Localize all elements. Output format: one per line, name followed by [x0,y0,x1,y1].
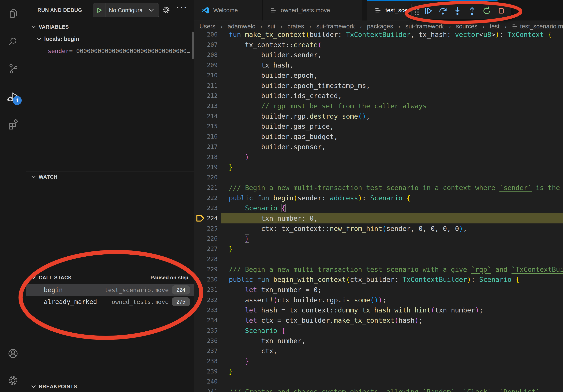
breadcrumb-item[interactable]: sui-framework [316,23,355,30]
line-number[interactable]: 233 [194,305,218,315]
line-number[interactable]: 212 [194,91,218,101]
line-number[interactable]: 240 [194,376,218,387]
code-line[interactable]: ctx: tx_context::new_from_hint(sender, 0… [229,223,467,234]
breadcrumb-item[interactable]: sui-framework [405,23,444,30]
variables-scope-row[interactable]: locals: begin [26,34,205,44]
code-editor[interactable]: 206fun make_tx_context(builder: TxContex… [194,0,563,392]
code-line[interactable]: let ctx = ctx_builder.make_tx_context(ha… [229,315,423,326]
code-line[interactable]: } [229,366,233,377]
tab-welcome[interactable]: Welcome [194,0,263,21]
call-stack-frame[interactable]: begintest_scenario.move224 [26,284,194,296]
code-line[interactable]: Scenario { [229,326,285,336]
line-number[interactable]: 218 [194,152,218,162]
code-line[interactable]: builder.gas_budget, [229,131,338,142]
code-line[interactable]: /// Begin a new multi-transaction test s… [229,264,563,274]
line-number[interactable]: 232 [194,295,218,305]
source-control-icon[interactable] [0,63,26,75]
line-number[interactable]: 219 [194,162,218,172]
breadcrumb-file[interactable]: test_scenario.move [512,23,563,30]
call-stack-section-header[interactable]: CALL STACK Paused on step [26,273,194,282]
line-number[interactable]: 210 [194,70,218,80]
extensions-icon[interactable] [0,118,26,130]
debug-config-dropdown[interactable]: No Configura [93,3,159,17]
call-stack-frame[interactable]: already_markedowned_tests.move275 [26,296,194,308]
code-line[interactable]: builder.sender, [229,50,322,60]
breakpoints-section-header[interactable]: BREAKPOINTS [26,382,194,391]
breadcrumb-item[interactable]: crates [287,23,304,30]
code-line[interactable]: } [229,244,233,254]
code-line[interactable]: tx_context::create( [229,40,322,50]
line-number[interactable]: 234 [194,315,218,326]
breadcrumb-item[interactable]: adamwelc [228,23,255,30]
line-number[interactable]: 217 [194,142,218,152]
code-line[interactable]: builder.gas_price, [229,121,334,131]
restart-button[interactable] [482,5,492,16]
line-number[interactable]: 225 [194,223,218,234]
step-into-button[interactable] [452,5,462,16]
line-number[interactable]: 215 [194,121,218,131]
code-line[interactable]: /// Begin a new multi-transaction test s… [229,183,563,193]
line-number[interactable]: 207 [194,40,218,50]
line-number[interactable]: 222 [194,193,218,203]
code-line[interactable]: public fun begin(sender: address): Scena… [229,193,410,203]
code-line[interactable]: builder.sponsor, [229,142,326,152]
breadcrumb-item[interactable]: Users [199,23,215,30]
line-number[interactable]: 239 [194,366,218,377]
breadcrumb-item[interactable]: sui [268,23,275,30]
code-line[interactable]: txn_number, [229,336,306,346]
breadcrumb-item[interactable]: test [490,23,499,30]
code-line[interactable]: assert!(ctx_builder.rgp.is_some()); [229,295,386,305]
code-line[interactable]: tx_hash, [229,60,294,70]
code-line[interactable]: ) [229,152,249,162]
line-number[interactable]: 238 [194,356,218,366]
variables-section-header[interactable]: VARIABLES [26,22,194,32]
line-number[interactable]: 209 [194,60,218,70]
line-number[interactable]: 231 [194,285,218,295]
line-number[interactable]: 241 [194,387,218,392]
line-number[interactable]: 237 [194,346,218,356]
line-number[interactable]: 229 [194,264,218,274]
code-line[interactable]: // rgp must be set from the caller alway… [229,101,427,111]
line-number[interactable]: 214 [194,111,218,121]
account-icon[interactable] [0,348,26,359]
code-line[interactable]: builder.epoch_timestamp_ms, [229,80,370,91]
code-line[interactable]: public fun begin_with_context(ctx_builde… [229,274,520,285]
line-number[interactable]: 228 [194,254,218,264]
line-number[interactable]: 235 [194,326,218,336]
line-number[interactable]: 230 [194,274,218,285]
step-out-button[interactable] [467,5,477,16]
line-number[interactable]: 223 [194,203,218,213]
line-number[interactable]: 221 [194,183,218,193]
code-line[interactable]: /// Creates and shares system objects, a… [229,387,540,392]
step-over-button[interactable] [438,5,448,16]
continue-button[interactable] [423,5,433,16]
line-number[interactable]: 216 [194,131,218,142]
line-number[interactable]: 220 [194,172,218,183]
more-actions-icon[interactable]: ··· [176,2,188,13]
line-number[interactable]: 224 [194,213,218,223]
code-line[interactable]: builder.rgp.destroy_some(), [229,111,370,121]
line-number[interactable]: 227 [194,244,218,254]
sidebar-scrollbar[interactable] [192,32,194,59]
watch-section-header[interactable]: WATCH [26,172,194,182]
code-line[interactable]: let txn_number = 0; [229,285,322,295]
code-line[interactable]: ctx, [229,346,277,356]
code-line[interactable]: txn_number: 0, [229,213,318,223]
line-number[interactable]: 211 [194,80,218,91]
line-number[interactable]: 208 [194,50,218,60]
code-line[interactable]: } [229,356,249,366]
toolbar-gripper[interactable] [415,7,419,15]
tab-owned-tests[interactable]: owned_tests.move [263,0,362,21]
code-line[interactable]: builder.ids_created, [229,91,342,101]
breadcrumb-item[interactable]: sources [456,23,478,30]
code-line[interactable]: Scenario { [229,203,285,213]
line-number[interactable]: 226 [194,234,218,244]
debug-settings-gear-icon[interactable] [162,6,170,14]
variable-row[interactable]: sender = 0000000000000000000000000000000… [26,46,216,56]
code-line[interactable]: } [229,162,233,172]
line-number[interactable]: 213 [194,101,218,111]
line-number[interactable]: 236 [194,336,218,346]
start-debugging-icon[interactable] [93,3,106,17]
code-line[interactable]: builder.epoch, [229,70,318,80]
code-line[interactable]: } [229,234,249,244]
